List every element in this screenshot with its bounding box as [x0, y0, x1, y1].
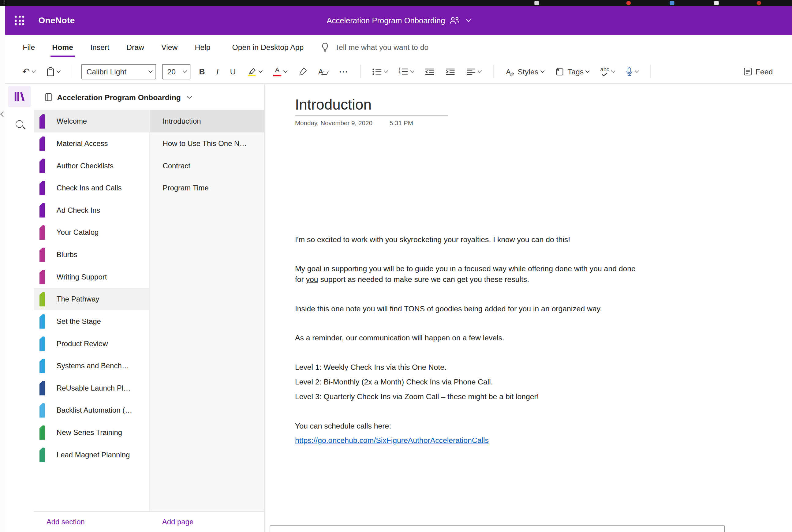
highlighter-button[interactable] — [243, 63, 266, 80]
indent-button[interactable] — [441, 63, 459, 80]
alignment-button[interactable] — [462, 63, 485, 80]
ellipsis-icon: ⋯ — [339, 66, 348, 77]
window-icon — [714, 1, 719, 5]
styles-label: Styles — [518, 67, 538, 76]
page-body[interactable]: I'm so excited to work with you skyrocke… — [295, 234, 687, 450]
clear-formatting-button[interactable]: A — [314, 63, 332, 80]
paragraph: My goal in supporting you will be to gui… — [295, 263, 687, 284]
document-title-group[interactable]: Acceleration Program Onboarding — [106, 6, 691, 35]
section-color-tab — [39, 247, 45, 262]
section-label: The Pathway — [57, 295, 99, 303]
section-label: New Series Training — [57, 429, 122, 437]
chevron-down-icon — [384, 68, 388, 73]
section-item-welcome[interactable]: Welcome — [34, 110, 150, 133]
notebooks-button[interactable] — [8, 86, 31, 107]
section-item-systems-and-benchmarks[interactable]: Systems and Bench… — [34, 355, 150, 377]
section-item-product-review[interactable]: Product Review — [34, 332, 150, 355]
bullets-button[interactable] — [368, 63, 391, 80]
toolbar-separator — [360, 64, 361, 78]
section-item-set-the-stage[interactable]: Set the Stage — [34, 310, 150, 332]
page-item-how-to-use[interactable]: How to Use This One N… — [150, 132, 264, 155]
people-icon — [449, 17, 460, 24]
chevron-down-icon — [410, 68, 414, 73]
section-item-writing-support[interactable]: Writing Support — [34, 266, 150, 288]
page-title[interactable]: Introduction — [295, 96, 371, 113]
add-section-button[interactable]: Add section — [34, 518, 150, 526]
menu-tab-file[interactable]: File — [14, 35, 43, 60]
outdent-button[interactable] — [421, 63, 439, 80]
title-underline — [295, 115, 448, 116]
paste-button[interactable] — [42, 63, 64, 80]
section-item-material-access[interactable]: Material Access — [34, 132, 150, 155]
app-name: OneNote — [38, 15, 75, 25]
notebook-icon — [44, 93, 52, 101]
page-time: 5:31 PM — [390, 120, 413, 127]
dictate-button[interactable] — [622, 63, 643, 80]
section-item-lead-magnet-planning[interactable]: Lead Magnet Planning — [34, 443, 150, 466]
embedded-object-preview[interactable] — [270, 526, 725, 532]
format-painter-icon — [298, 67, 307, 76]
section-color-tab — [39, 180, 45, 195]
section-item-reusable-launch-plan[interactable]: ReUsable Launch Pl… — [34, 377, 150, 399]
font-name-combobox[interactable]: Calibri Light — [81, 64, 156, 79]
section-color-tab — [39, 114, 45, 129]
tags-button[interactable]: Tags — [551, 63, 593, 80]
notebook-header[interactable]: Acceleration Program Onboarding — [34, 84, 265, 110]
section-item-author-checklists[interactable]: Author Checklists — [34, 155, 150, 177]
undo-button[interactable]: ↶ — [18, 63, 39, 80]
section-item-blurbs[interactable]: Blurbs — [34, 244, 150, 266]
app-launcher-button[interactable] — [5, 6, 34, 35]
font-size-combobox[interactable]: 20 — [162, 64, 190, 79]
document-title[interactable]: Acceleration Program Onboarding — [327, 16, 445, 25]
page-label: Contract — [162, 162, 190, 170]
format-painter-button[interactable] — [294, 63, 311, 80]
schedule-calls-link[interactable]: https://go.oncehub.com/SixFigureAuthorAc… — [295, 436, 489, 444]
section-color-tab — [39, 336, 45, 351]
navigation-footer: Add section Add page — [34, 511, 265, 532]
italic-icon: I — [216, 66, 219, 77]
bold-button[interactable]: B — [195, 63, 209, 80]
search-button[interactable] — [8, 113, 31, 134]
navigation-panel: Acceleration Program Onboarding Welcome … — [34, 84, 265, 532]
section-item-ad-check-ins[interactable]: Ad Check Ins — [34, 199, 150, 221]
menu-tab-home[interactable]: Home — [43, 35, 82, 60]
feed-button[interactable]: Feed — [739, 63, 777, 80]
menu-tab-help[interactable]: Help — [186, 35, 219, 60]
font-name-value: Calibri Light — [86, 67, 127, 76]
camera-icon — [534, 1, 539, 5]
spellcheck-button[interactable]: abc — [596, 63, 619, 80]
tell-me-search[interactable]: Tell me what you want to do — [321, 42, 429, 52]
section-label: Product Review — [57, 340, 108, 347]
open-in-desktop-button[interactable]: Open in Desktop App — [232, 43, 304, 52]
menu-tab-view[interactable]: View — [153, 35, 186, 60]
styles-icon: A — [505, 67, 514, 76]
page-item-program-time[interactable]: Program Time — [150, 177, 264, 199]
more-options-button[interactable]: ⋯ — [335, 63, 352, 80]
styles-button[interactable]: A Styles — [501, 63, 548, 80]
menu-tab-draw[interactable]: Draw — [118, 35, 153, 60]
section-item-backlist-automation[interactable]: Backlist Automation (… — [34, 399, 150, 421]
page-item-contract[interactable]: Contract — [150, 155, 264, 177]
font-color-button[interactable]: A — [269, 63, 291, 80]
section-label: Welcome — [57, 117, 87, 125]
section-item-the-pathway[interactable]: The Pathway — [34, 288, 150, 310]
menu-tab-insert[interactable]: Insert — [82, 35, 118, 60]
toolbar-separator — [72, 64, 73, 78]
section-item-check-ins-and-calls[interactable]: Check Ins and Calls — [34, 177, 150, 199]
underline-button[interactable]: U — [226, 63, 239, 80]
italic-button[interactable]: I — [212, 63, 223, 80]
kebab-menu-icon[interactable]: ⋮ — [2, 0, 8, 5]
section-color-tab — [39, 136, 45, 151]
page-item-introduction[interactable]: Introduction — [150, 110, 264, 133]
add-page-button[interactable]: Add page — [150, 518, 194, 526]
microphone-icon — [626, 67, 633, 76]
tell-me-placeholder: Tell me what you want to do — [335, 43, 429, 52]
numbering-button[interactable]: 123 — [394, 63, 418, 80]
section-item-new-series-training[interactable]: New Series Training — [34, 421, 150, 444]
chevron-down-icon — [478, 68, 482, 73]
left-rail — [5, 84, 34, 532]
page-label: How to Use This One N… — [162, 139, 247, 148]
paragraph: Level 3: Quarterly Check Ins via Zoom Ca… — [295, 391, 687, 402]
page-canvas[interactable]: Introduction Monday, November 9, 2020 5:… — [265, 84, 792, 532]
section-item-your-catalog[interactable]: Your Catalog — [34, 221, 150, 244]
